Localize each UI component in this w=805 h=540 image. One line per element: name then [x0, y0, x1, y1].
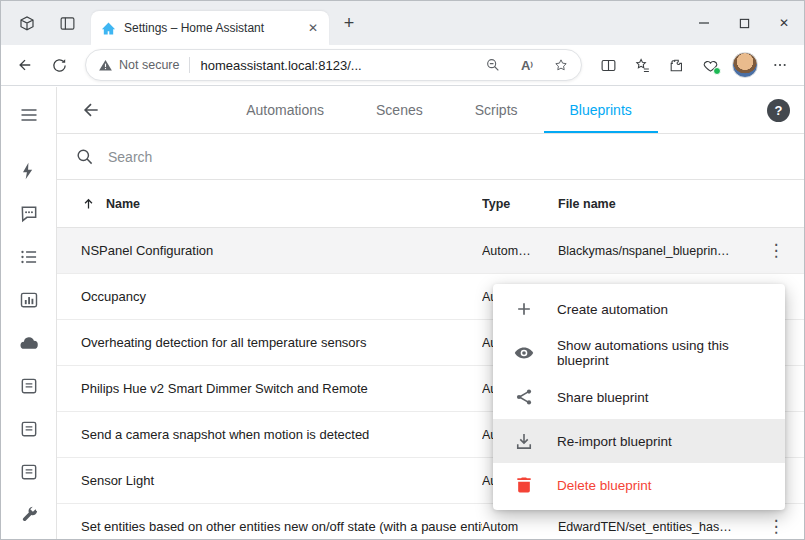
sidebar-menu-button[interactable]	[7, 93, 51, 136]
bar-chart-icon	[19, 290, 39, 310]
split-screen-icon[interactable]	[592, 49, 624, 81]
share-icon	[513, 386, 535, 408]
table-row[interactable]: NSPanel Configuration Autom… Blackymas/n…	[57, 228, 804, 274]
home-assistant-favicon-icon	[101, 21, 116, 36]
sidebar-item-logbook[interactable]	[7, 235, 51, 278]
hamburger-icon	[19, 105, 39, 125]
lightning-icon	[19, 161, 39, 181]
device-box-icon	[19, 462, 39, 482]
browser-tab[interactable]: Settings – Home Assistant ✕	[91, 11, 329, 45]
url-text[interactable]: homeassistant.local:8123/...	[200, 58, 473, 73]
eye-icon	[513, 342, 535, 364]
ha-back-icon[interactable]	[71, 90, 111, 130]
sidebar-item-energy[interactable]	[7, 149, 51, 192]
search-icon	[75, 147, 94, 166]
tab-scenes[interactable]: Scenes	[350, 87, 449, 133]
home-assistant-app: Automations Scenes Scripts Blueprints ? …	[1, 87, 804, 539]
tab-scripts[interactable]: Scripts	[449, 87, 544, 133]
sidebar-item-device-2[interactable]	[7, 407, 51, 450]
trash-icon	[513, 474, 535, 496]
tab-blueprints[interactable]: Blueprints	[544, 87, 658, 133]
sidebar-item-device-1[interactable]	[7, 364, 51, 407]
tab-automations[interactable]: Automations	[220, 87, 350, 133]
search-row	[57, 134, 804, 180]
close-window-icon[interactable]: ✕	[764, 1, 804, 45]
menu-item-show-automations[interactable]: Show automations using this blueprint	[493, 331, 785, 375]
window-controls: ✕	[684, 1, 804, 45]
column-name[interactable]: Name	[81, 196, 482, 211]
profile-button[interactable]	[728, 48, 762, 82]
search-input[interactable]	[108, 149, 786, 165]
not-secure-warning-icon	[98, 58, 113, 73]
browser-navbar: Not secure homeassistant.local:8123/... …	[1, 45, 804, 86]
minimize-icon[interactable]	[684, 1, 724, 45]
plus-icon	[513, 298, 535, 320]
help-icon[interactable]: ?	[767, 99, 790, 122]
sidebar-item-history[interactable]	[7, 278, 51, 321]
blueprint-context-menu: Create automation Show automations using…	[493, 284, 785, 510]
ha-header: Automations Scenes Scripts Blueprints ?	[57, 87, 804, 134]
sidebar-item-assist[interactable]	[7, 192, 51, 235]
zoom-out-icon[interactable]	[479, 51, 507, 79]
ha-main-panel: Automations Scenes Scripts Blueprints ? …	[57, 87, 804, 539]
maximize-icon[interactable]	[724, 1, 764, 45]
read-aloud-icon[interactable]: A⁾	[513, 51, 541, 79]
back-icon[interactable]	[9, 49, 41, 81]
profile-avatar	[732, 52, 758, 78]
workspaces-icon[interactable]	[11, 7, 43, 39]
device-box-icon	[19, 419, 39, 439]
list-icon	[19, 247, 39, 267]
ha-tab-bar: Automations Scenes Scripts Blueprints	[111, 87, 767, 133]
extensions-icon[interactable]	[660, 49, 692, 81]
cloud-icon	[19, 333, 39, 353]
column-file-name[interactable]: File name	[558, 197, 758, 211]
browser-essentials-icon[interactable]	[694, 49, 726, 81]
titlebar-left-icons	[11, 1, 83, 45]
sidebar-item-device-3[interactable]	[7, 450, 51, 493]
sidebar-item-tools[interactable]	[7, 493, 51, 536]
menu-item-share-blueprint[interactable]: Share blueprint	[493, 375, 785, 419]
essentials-status-dot	[713, 67, 721, 75]
refresh-icon[interactable]	[43, 49, 75, 81]
device-box-icon	[19, 376, 39, 396]
browser-titlebar: Settings – Home Assistant ✕ + ✕	[1, 1, 804, 45]
sidebar-item-cloud[interactable]	[7, 321, 51, 364]
wrench-icon	[19, 505, 39, 525]
row-overflow-menu-icon[interactable]: ⋮	[758, 509, 794, 540]
menu-item-reimport-blueprint[interactable]: Re-import blueprint	[493, 419, 785, 463]
ha-sidebar	[1, 87, 57, 539]
browser-window: Settings – Home Assistant ✕ + ✕ Not secu…	[0, 0, 805, 540]
import-icon	[513, 430, 535, 452]
settings-menu-icon[interactable]	[764, 49, 796, 81]
column-type[interactable]: Type	[482, 197, 558, 211]
address-bar[interactable]: Not secure homeassistant.local:8123/... …	[85, 49, 582, 81]
security-label: Not secure	[119, 58, 179, 72]
chat-icon	[19, 204, 39, 224]
sort-ascending-icon	[81, 196, 96, 211]
address-divider	[189, 57, 190, 73]
favorite-star-icon[interactable]	[547, 51, 575, 79]
table-header: Name Type File name	[57, 180, 804, 228]
tab-title: Settings – Home Assistant	[124, 21, 295, 35]
row-overflow-menu-icon[interactable]: ⋮	[758, 233, 794, 269]
new-tab-button[interactable]: +	[335, 9, 363, 37]
tab-actions-icon[interactable]	[51, 7, 83, 39]
favorites-hub-icon[interactable]	[626, 49, 658, 81]
tab-close-icon[interactable]: ✕	[303, 18, 323, 38]
menu-item-create-automation[interactable]: Create automation	[493, 287, 785, 331]
menu-item-delete-blueprint[interactable]: Delete blueprint	[493, 463, 785, 507]
